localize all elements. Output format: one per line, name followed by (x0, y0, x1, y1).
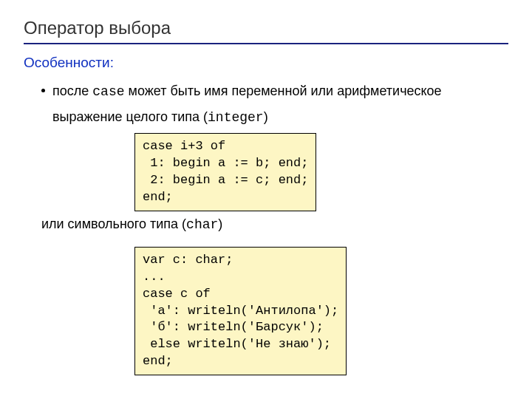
type-char: char (186, 217, 218, 232)
section-subtitle: Особенности: (24, 55, 508, 71)
bullet-list: после case может быть имя переменной или… (24, 78, 508, 130)
bullet-item: после case может быть имя переменной или… (41, 78, 508, 130)
char-close: ) (218, 216, 222, 231)
type-integer: integer (208, 110, 264, 125)
bullet-dot-icon (41, 89, 45, 92)
bullet-close: ) (264, 109, 268, 124)
bullet-pre: после (52, 83, 92, 98)
code-block-integer: case i+3 of 1: begin a := b; end; 2: beg… (134, 133, 316, 211)
code-block-char: var c: char; ... case c of 'а': writeln(… (134, 247, 347, 376)
keyword-case: case (92, 84, 124, 99)
char-pre: или символьного типа ( (41, 216, 186, 231)
page-title: Оператор выбора (24, 18, 508, 44)
bullet-text: после case может быть имя переменной или… (52, 78, 508, 130)
char-line: или символьного типа (char) (41, 213, 508, 236)
